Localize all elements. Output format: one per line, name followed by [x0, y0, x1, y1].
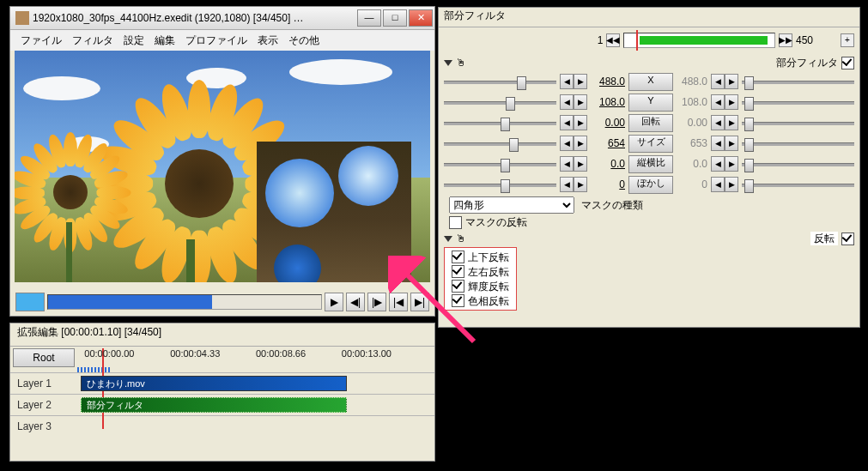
slider-left[interactable]	[444, 177, 556, 192]
ffwd-icon[interactable]: ▶▶	[779, 33, 792, 47]
mouse-icon: 🖱	[456, 57, 466, 69]
nudge-right-icon[interactable]: ▶	[725, 115, 738, 130]
filter-window: 部分フィルタ 1 ◀◀ ▶▶ 450 + 🖱 部分フィルタ ◀▶ 488.0 X…	[438, 7, 860, 328]
preview-area	[15, 51, 430, 282]
slider-right[interactable]	[742, 156, 854, 172]
param-value[interactable]: 654	[591, 137, 625, 149]
slider-right[interactable]	[742, 94, 854, 110]
nudge-right-icon[interactable]: ▶	[725, 136, 738, 151]
clip-video: ひまわり.mov	[81, 376, 347, 391]
close-button[interactable]: ✕	[409, 9, 433, 27]
param-button[interactable]: 回転	[628, 114, 673, 132]
check-lr[interactable]	[452, 265, 464, 278]
mouse-icon: 🖱	[456, 232, 466, 245]
param-button[interactable]: サイズ	[628, 135, 673, 153]
nudge-right-icon[interactable]: ▶	[574, 136, 587, 151]
param-value2: 488.0	[677, 75, 707, 88]
nudge-right-icon[interactable]: ▶	[725, 156, 738, 172]
slider-left[interactable]	[444, 115, 556, 130]
nudge-right-icon[interactable]: ▶	[725, 177, 738, 192]
nudge-left-icon[interactable]: ◀	[560, 136, 574, 151]
slider-left[interactable]	[444, 136, 556, 151]
param-value[interactable]: 0	[591, 178, 625, 190]
slider-left[interactable]	[444, 94, 556, 110]
skip-fwd-icon[interactable]: ▶|	[410, 293, 429, 311]
param-value[interactable]: 0.0	[591, 158, 625, 170]
param-button[interactable]: Y	[628, 94, 673, 112]
slider-left[interactable]	[444, 156, 556, 172]
param-value[interactable]: 488.0	[591, 75, 625, 88]
check-lum[interactable]	[452, 280, 464, 293]
menu-view[interactable]: 表示	[254, 34, 282, 46]
nudge-right-icon[interactable]: ▶	[574, 74, 587, 89]
menu-filter[interactable]: フィルタ	[69, 34, 117, 46]
frame-bar[interactable]	[623, 33, 775, 48]
main-menu: ファイル フィルタ 設定 編集 プロファイル 表示 その他	[10, 30, 434, 51]
param-value[interactable]: 108.0	[591, 96, 625, 108]
time-ruler[interactable]: 00:00:00.00 00:00:04.33 00:00:08.66 00:0…	[77, 348, 434, 367]
timeline-window: 拡張編集 [00:00:01.10] [34/450] Root 00:00:0…	[9, 323, 435, 462]
nudge-right-icon[interactable]: ▶	[574, 94, 587, 110]
frame-marker[interactable]	[15, 293, 45, 311]
menu-settings[interactable]: 設定	[120, 34, 148, 46]
check-ud[interactable]	[452, 251, 464, 263]
filter-enable-check[interactable]	[841, 57, 854, 69]
slider-right[interactable]	[742, 115, 854, 130]
layer-row-1: Layer 1 ひまわり.mov	[10, 372, 434, 394]
param-row-サイズ: ◀▶ 654 サイズ 653 ◀▶	[444, 133, 854, 154]
nudge-left-icon[interactable]: ◀	[711, 136, 725, 151]
step-fwd-icon[interactable]: |▶	[367, 293, 386, 311]
nudge-left-icon[interactable]: ◀	[711, 74, 725, 89]
nudge-left-icon[interactable]: ◀	[560, 156, 574, 172]
nudge-right-icon[interactable]: ▶	[725, 74, 738, 89]
seek-bar[interactable]	[47, 294, 322, 310]
param-button[interactable]: X	[628, 73, 673, 91]
nudge-left-icon[interactable]: ◀	[711, 115, 725, 130]
slider-right[interactable]	[742, 177, 854, 192]
layer-row-3: Layer 3	[10, 415, 434, 437]
minimize-button[interactable]: —	[357, 9, 381, 27]
add-frame-icon[interactable]: +	[841, 33, 854, 47]
play-icon[interactable]: ▶	[325, 293, 343, 311]
menu-profile[interactable]: プロファイル	[182, 34, 251, 46]
layer-label[interactable]: Layer 3	[10, 420, 81, 432]
nudge-left-icon[interactable]: ◀	[560, 177, 574, 192]
nudge-left-icon[interactable]: ◀	[711, 94, 725, 110]
filter-region	[257, 142, 411, 282]
nudge-right-icon[interactable]: ▶	[574, 115, 587, 130]
nudge-left-icon[interactable]: ◀	[560, 74, 574, 89]
nudge-right-icon[interactable]: ▶	[574, 156, 587, 172]
nudge-right-icon[interactable]: ▶	[725, 94, 738, 110]
layer-label[interactable]: Layer 2	[10, 399, 81, 411]
param-button[interactable]: ぼかし	[628, 176, 673, 194]
menu-edit[interactable]: 編集	[151, 34, 179, 46]
maximize-button[interactable]: □	[383, 9, 407, 27]
invert-enable-check[interactable]	[841, 232, 854, 245]
step-back-icon[interactable]: ◀|	[346, 293, 365, 311]
param-value[interactable]: 0.00	[591, 117, 625, 129]
slider-right[interactable]	[742, 136, 854, 151]
layer-label[interactable]: Layer 1	[10, 377, 81, 389]
main-titlebar[interactable]: 1920x1080_30fps_44100Hz.exedit (1920,108…	[10, 7, 434, 30]
mask-type-select[interactable]: 四角形	[449, 196, 574, 214]
skip-back-icon[interactable]: |◀	[389, 293, 408, 311]
nudge-left-icon[interactable]: ◀	[560, 115, 574, 130]
menu-file[interactable]: ファイル	[17, 34, 65, 46]
nudge-left-icon[interactable]: ◀	[711, 177, 725, 192]
total-frames: 450	[796, 34, 813, 46]
nudge-left-icon[interactable]: ◀	[560, 94, 574, 110]
root-button[interactable]: Root	[13, 348, 75, 367]
check-hue[interactable]	[452, 294, 464, 307]
nudge-right-icon[interactable]: ▶	[574, 177, 587, 192]
param-button[interactable]: 縦横比	[628, 155, 673, 173]
nudge-left-icon[interactable]: ◀	[711, 156, 725, 172]
rewind-icon[interactable]: ◀◀	[606, 33, 620, 47]
slider-left[interactable]	[444, 74, 556, 89]
menu-other[interactable]: その他	[285, 34, 323, 46]
timeline-title[interactable]: 拡張編集 [00:00:01.10] [34/450]	[10, 323, 434, 347]
collapse-icon[interactable]	[444, 236, 452, 242]
mask-invert-check[interactable]	[449, 216, 462, 229]
collapse-icon[interactable]	[444, 60, 452, 66]
slider-right[interactable]	[742, 74, 854, 89]
filter-title[interactable]: 部分フィルタ	[439, 8, 859, 27]
